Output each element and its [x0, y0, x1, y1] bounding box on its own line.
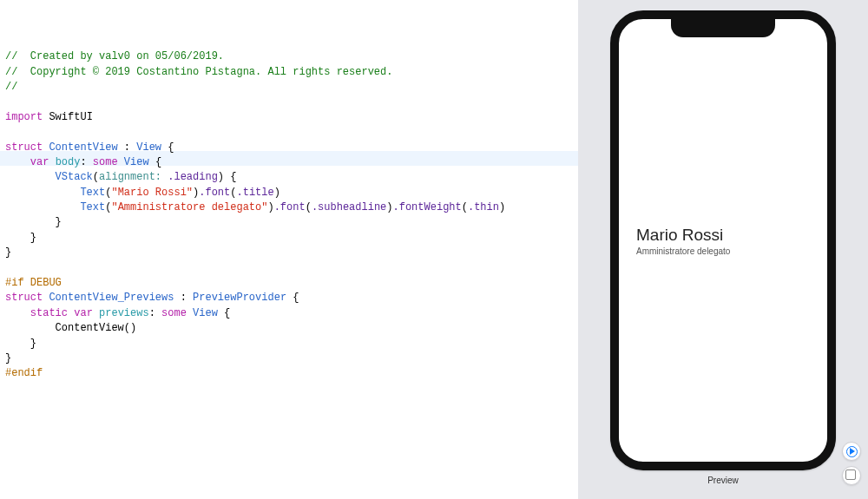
source-code: // Created by valv0 on 05/06/2019. // Co…: [5, 49, 578, 382]
code-editor[interactable]: // Created by valv0 on 05/06/2019. // Co…: [0, 0, 578, 499]
preview-action-buttons: [842, 442, 861, 485]
play-icon: [846, 446, 858, 457]
preview-label: Preview: [707, 476, 739, 485]
duplicate-icon: [847, 471, 856, 480]
inspect-preview-button[interactable]: [842, 466, 861, 485]
device-frame[interactable]: Mario Rossi Amministratore delegato: [610, 10, 836, 470]
preview-canvas: Mario Rossi Amministratore delegato Prev…: [578, 0, 868, 499]
preview-title-text: Mario Rossi: [636, 226, 723, 245]
preview-subtitle-text: Amministratore delegato: [636, 246, 730, 256]
device-notch: [671, 18, 775, 37]
live-preview-button[interactable]: [842, 442, 861, 461]
